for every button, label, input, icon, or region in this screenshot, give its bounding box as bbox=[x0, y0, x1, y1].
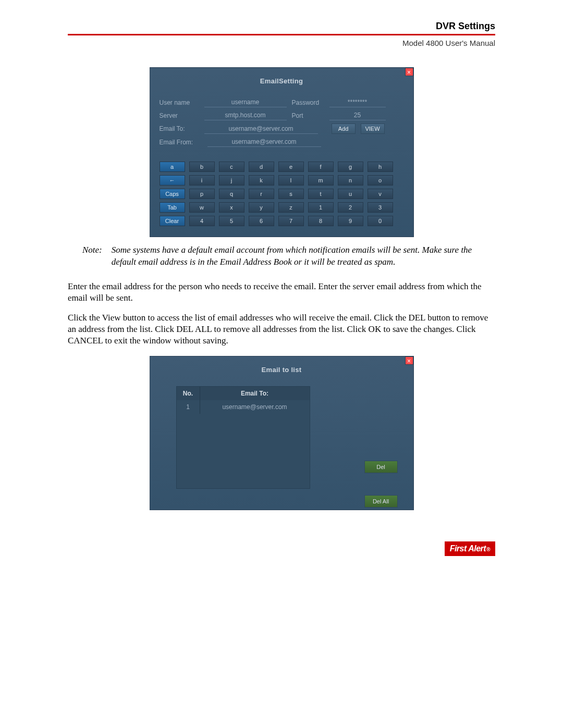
manual-subtitle: Model 4800 User's Manual bbox=[68, 39, 495, 47]
cell-email: username@server.com bbox=[200, 400, 310, 414]
onscreen-keyboard: abcdefgh←ijklmnoCapspqrstuvTabwxyz123Cle… bbox=[150, 155, 413, 237]
key-z[interactable]: z bbox=[278, 202, 304, 213]
key-l[interactable]: l bbox=[278, 175, 304, 186]
key-u[interactable]: u bbox=[338, 189, 363, 199]
key-3[interactable]: 3 bbox=[368, 202, 393, 213]
key-j[interactable]: j bbox=[219, 175, 244, 186]
add-button[interactable]: Add bbox=[332, 124, 356, 134]
key-caps[interactable]: Caps bbox=[160, 189, 185, 199]
key-g[interactable]: g bbox=[338, 162, 363, 172]
key-h[interactable]: h bbox=[368, 162, 393, 172]
del-all-button[interactable]: Del All bbox=[364, 495, 398, 508]
key-r[interactable]: r bbox=[249, 189, 274, 199]
key-n[interactable]: n bbox=[338, 175, 363, 186]
col-header-email-to: Email To: bbox=[200, 387, 310, 400]
server-input[interactable]: smtp.host.com bbox=[204, 110, 287, 120]
key-x[interactable]: x bbox=[219, 202, 244, 213]
label-port: Port bbox=[292, 112, 324, 119]
email-list-table: No. Email To: 1 username@server.com bbox=[176, 386, 310, 489]
key-o[interactable]: o bbox=[368, 175, 393, 186]
key-c[interactable]: c bbox=[219, 162, 244, 172]
key-v[interactable]: v bbox=[368, 189, 393, 199]
key-4[interactable]: 4 bbox=[189, 216, 215, 226]
window-title: EmailSetting bbox=[150, 68, 413, 91]
key-tab[interactable]: Tab bbox=[160, 202, 185, 213]
label-email-from: Email From: bbox=[160, 139, 202, 146]
key-p[interactable]: p bbox=[189, 189, 215, 199]
key-←[interactable]: ← bbox=[160, 175, 185, 186]
close-icon[interactable]: × bbox=[405, 356, 413, 365]
password-input[interactable]: ******** bbox=[329, 97, 386, 107]
key-8[interactable]: 8 bbox=[308, 216, 334, 226]
email-list-window: × Email to list No. Email To: 1 username… bbox=[150, 356, 414, 510]
window-title: Email to list bbox=[150, 356, 413, 380]
brand-text: First Alert bbox=[450, 544, 486, 553]
key-m[interactable]: m bbox=[308, 175, 334, 186]
key-s[interactable]: s bbox=[278, 189, 304, 199]
first-alert-logo: First Alert® bbox=[445, 541, 495, 556]
table-row[interactable]: 1 username@server.com bbox=[177, 400, 310, 414]
key-1[interactable]: 1 bbox=[308, 202, 334, 213]
label-email-to: Email To: bbox=[160, 125, 199, 132]
key-y[interactable]: y bbox=[249, 202, 274, 213]
key-5[interactable]: 5 bbox=[219, 216, 244, 226]
label-username: User name bbox=[160, 99, 199, 106]
close-icon[interactable]: × bbox=[405, 68, 413, 76]
paragraph-2: Click the View button to access the list… bbox=[68, 312, 495, 347]
key-d[interactable]: d bbox=[249, 162, 274, 172]
email-from-input[interactable]: username@server.com bbox=[207, 137, 321, 147]
email-setting-window: × EmailSetting User name username Passwo… bbox=[150, 67, 414, 237]
key-f[interactable]: f bbox=[308, 162, 334, 172]
key-a[interactable]: a bbox=[160, 162, 185, 172]
section-title: DVR Settings bbox=[68, 21, 495, 32]
key-2[interactable]: 2 bbox=[338, 202, 363, 213]
paragraph-1: Enter the email address for the person w… bbox=[68, 281, 495, 304]
key-7[interactable]: 7 bbox=[278, 216, 304, 226]
label-password: Password bbox=[292, 99, 324, 106]
key-k[interactable]: k bbox=[249, 175, 274, 186]
key-9[interactable]: 9 bbox=[338, 216, 363, 226]
del-button[interactable]: Del bbox=[364, 461, 398, 473]
key-e[interactable]: e bbox=[278, 162, 304, 172]
email-to-input[interactable]: username@server.com bbox=[204, 124, 318, 134]
key-b[interactable]: b bbox=[189, 162, 215, 172]
key-0[interactable]: 0 bbox=[368, 216, 393, 226]
key-t[interactable]: t bbox=[308, 189, 334, 199]
view-button[interactable]: VIEW bbox=[361, 124, 385, 134]
key-clear[interactable]: Clear bbox=[160, 216, 185, 226]
username-input[interactable]: username bbox=[204, 97, 287, 107]
key-i[interactable]: i bbox=[189, 175, 215, 186]
header-divider bbox=[68, 34, 495, 35]
registered-mark: ® bbox=[486, 547, 490, 552]
col-header-no: No. bbox=[177, 387, 200, 400]
cell-no: 1 bbox=[177, 400, 200, 414]
port-input[interactable]: 25 bbox=[329, 110, 386, 120]
label-server: Server bbox=[160, 112, 199, 119]
note-body: Some systems have a default email accoun… bbox=[112, 244, 495, 268]
key-q[interactable]: q bbox=[219, 189, 244, 199]
note-label: Note: bbox=[82, 244, 102, 268]
key-w[interactable]: w bbox=[189, 202, 215, 213]
key-6[interactable]: 6 bbox=[249, 216, 274, 226]
